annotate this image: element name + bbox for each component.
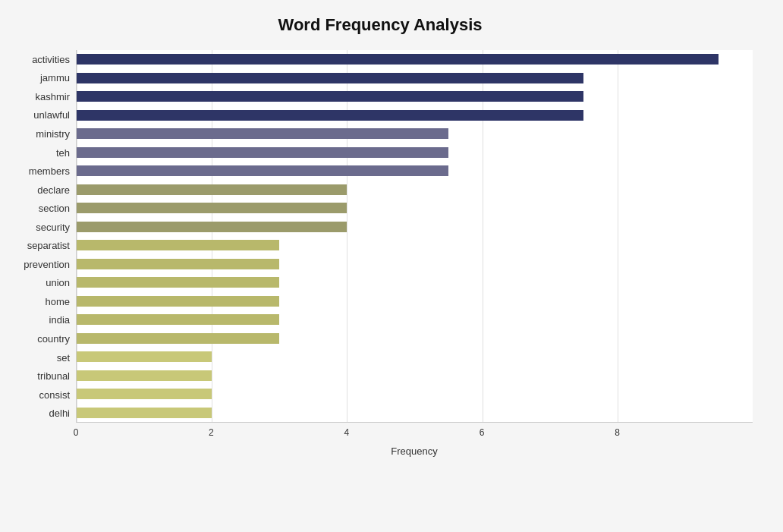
y-label: security [36,218,70,237]
y-label: jammu [40,69,70,88]
x-tick-label: 4 [344,427,349,438]
bar-row [77,143,753,162]
y-label: set [57,348,70,367]
y-label: home [45,292,70,311]
y-label: section [39,199,70,218]
bar [77,110,583,121]
bar-row [77,255,753,274]
bar-row [77,162,753,181]
bar-row [77,310,753,329]
bar [77,147,448,158]
y-label: teh [56,143,70,162]
y-label: ministry [36,124,70,143]
bar [77,91,583,102]
x-axis-title: Frequency [76,445,753,457]
y-label: country [37,329,70,348]
bar [77,277,279,288]
bar [77,259,279,269]
y-label: delhi [49,404,70,423]
bar-row [77,199,753,218]
bar-row [77,273,753,292]
x-tick-label: 6 [480,427,485,438]
y-label: declare [37,181,70,200]
bar-row [77,329,753,348]
bar-row [77,404,753,423]
bar [77,203,347,213]
y-label: unlawful [33,106,70,125]
x-tick-label: 0 [74,427,79,438]
y-label: members [29,162,70,181]
bar [77,333,279,344]
x-tick-label: 8 [615,427,620,438]
bar-row [77,385,753,404]
bar-row [77,106,753,125]
bar-row [77,50,753,69]
x-tick-label: 2 [209,427,214,438]
y-label: kashmir [35,87,70,106]
bar [77,370,212,381]
bar-row [77,69,753,88]
y-label: separatist [27,236,70,255]
y-axis: activitiesjammukashmirunlawfulministryte… [8,50,76,423]
x-axis-labels: 02468 [76,424,753,442]
bar [77,222,347,232]
bar [77,389,212,399]
bar-row [77,218,753,237]
chart-area: activitiesjammukashmirunlawfulministryte… [8,50,753,423]
bar-row [77,348,753,367]
y-label: india [49,311,70,330]
bar-row [77,236,753,255]
bar [77,128,448,139]
chart-title: Word Frequency Analysis [8,15,753,35]
y-label: tribunal [37,367,70,386]
chart-container: Word Frequency Analysis activitiesjammuk… [0,0,783,532]
bar [77,165,448,176]
y-label: prevention [24,255,70,274]
bar [77,314,279,325]
y-label: consist [39,386,70,405]
bar [77,184,347,195]
bar-row [77,87,753,106]
bar [77,54,719,65]
bar-row [77,124,753,143]
chart-bottom: 02468 Frequency [8,424,753,457]
bar-row [77,367,753,386]
bar-row [77,292,753,311]
bar [77,351,212,362]
bar [77,240,279,250]
bar [77,408,212,418]
bar [77,296,279,307]
y-label: union [46,274,70,293]
y-label: activities [32,50,70,69]
bars-area [76,50,753,423]
bar [77,73,583,83]
bar-row [77,181,753,200]
